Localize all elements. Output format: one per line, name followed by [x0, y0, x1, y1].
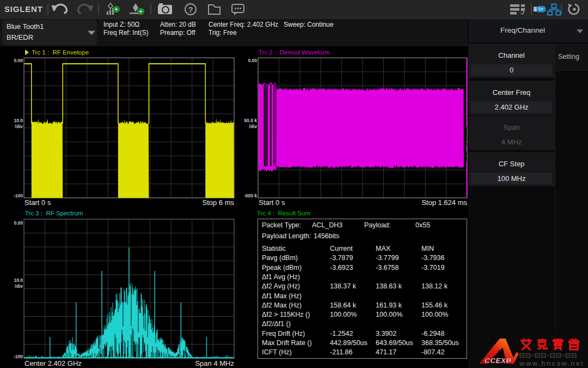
svg-text:CCEXP: CCEXP: [485, 357, 512, 365]
svg-text:www.hncsw.net: www.hncsw.net: [519, 360, 584, 367]
